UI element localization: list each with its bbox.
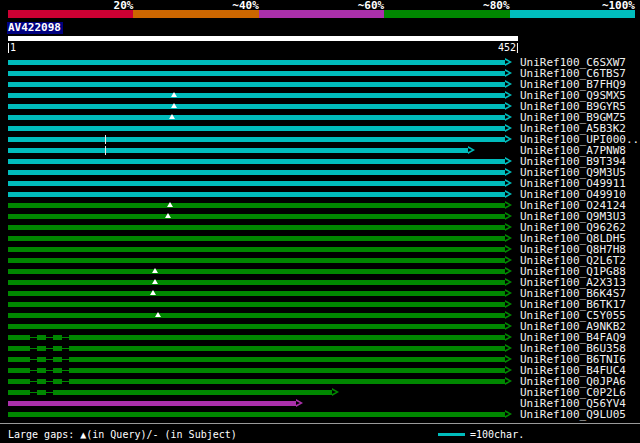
query-gap-icon: [155, 312, 161, 317]
hit-arrow-icon-inner: [505, 412, 509, 416]
hit-bar[interactable]: [8, 104, 505, 109]
subject-gap-dash-icon: [46, 370, 53, 371]
hit-bar[interactable]: [8, 71, 505, 76]
hit-arrow-icon-inner: [505, 126, 509, 130]
subject-gap-dash-icon: [30, 381, 37, 382]
hit-arrow-icon-inner: [296, 401, 300, 405]
hit-arrow-icon-inner: [505, 71, 509, 75]
hit-bar[interactable]: [8, 291, 505, 296]
footer-divider: [0, 423, 640, 424]
hit-bar[interactable]: [8, 302, 505, 307]
hit-arrow-icon-inner: [505, 302, 509, 306]
hit-bar[interactable]: [8, 170, 505, 175]
hit-arrow-icon-inner: [505, 346, 509, 350]
hit-arrow-icon-inner: [505, 324, 509, 328]
hit-bar[interactable]: [8, 159, 505, 164]
hit-label[interactable]: UniRef100_Q9LU05: [520, 409, 626, 420]
hit-bar[interactable]: [8, 137, 505, 142]
hit-arrow-icon-inner: [505, 357, 509, 361]
hit-bar[interactable]: [8, 93, 505, 98]
hit-arrow-icon-inner: [468, 148, 472, 152]
query-gap-icon: [150, 290, 156, 295]
subject-gap-dash-icon: [30, 337, 37, 338]
hit-arrow-icon-inner: [505, 280, 509, 284]
hit-arrow-icon-inner: [505, 192, 509, 196]
hit-bar[interactable]: [8, 258, 505, 263]
hit-arrow-icon-inner: [505, 137, 509, 141]
identity-scale-label: ~60%: [358, 0, 385, 11]
gap-tick-icon: [105, 146, 106, 155]
subject-gap-dash-icon: [62, 337, 69, 338]
query-end-coordinate: 452: [498, 43, 518, 53]
subject-gap-dash-icon: [30, 348, 37, 349]
hit-bar[interactable]: [8, 82, 505, 87]
identity-scale-bar: [8, 10, 635, 18]
hit-bar[interactable]: [8, 401, 296, 406]
hit-arrow-icon-inner: [505, 82, 509, 86]
subject-gap-dash-icon: [46, 381, 53, 382]
hit-arrow-icon-inner: [505, 335, 509, 339]
hit-arrow-icon-inner: [505, 225, 509, 229]
hit-arrow-icon-inner: [505, 159, 509, 163]
hit-arrow-icon-inner: [505, 247, 509, 251]
hit-arrow-icon-inner: [505, 203, 509, 207]
hit-bar[interactable]: [8, 357, 505, 362]
hit-arrow-icon-inner: [505, 269, 509, 273]
hit-bar[interactable]: [8, 225, 505, 230]
scale-unit-legend: =100char.: [470, 429, 524, 440]
scale-dash-icon: [438, 433, 465, 436]
subject-gap-dash-icon: [46, 359, 53, 360]
hit-arrow-icon-inner: [505, 170, 509, 174]
subject-gap-dash-icon: [30, 359, 37, 360]
hit-bar[interactable]: [8, 236, 505, 241]
query-gap-icon: [152, 268, 158, 273]
query-gap-icon: [167, 202, 173, 207]
hit-bar[interactable]: [8, 181, 505, 186]
hit-arrow-icon-inner: [505, 379, 509, 383]
hit-bar[interactable]: [8, 412, 505, 417]
gap-tick-icon: [105, 135, 106, 144]
hit-bar[interactable]: [8, 346, 505, 351]
hit-arrow-icon-inner: [505, 214, 509, 218]
subject-gap-dash-icon: [30, 370, 37, 371]
hit-bar[interactable]: [8, 335, 505, 340]
query-gap-icon: [171, 92, 177, 97]
hit-arrow-icon-inner: [505, 60, 509, 64]
hit-arrow-icon-inner: [505, 104, 509, 108]
hit-bar[interactable]: [8, 126, 505, 131]
hit-arrow-icon-inner: [505, 291, 509, 295]
subject-gap-dash-icon: [62, 348, 69, 349]
hit-bar[interactable]: [8, 390, 332, 395]
query-gap-icon: [165, 213, 171, 218]
hit-bar[interactable]: [8, 368, 505, 373]
subject-gap-dash-icon: [62, 381, 69, 382]
alignment-overview: AV422098 1 452 UniRef100_C6SXW7UniRef100…: [0, 0, 640, 443]
hit-row: UniRef100_Q9LU05: [0, 409, 640, 420]
hit-bar[interactable]: [8, 280, 505, 285]
hit-arrow-icon-inner: [505, 115, 509, 119]
query-bar: [8, 36, 518, 41]
subject-gap-dash-icon: [62, 359, 69, 360]
hit-bar[interactable]: [8, 60, 505, 65]
hit-arrow-icon-inner: [505, 258, 509, 262]
identity-scale-label: ~100%: [602, 0, 635, 11]
hit-bar[interactable]: [8, 269, 505, 274]
hit-bar[interactable]: [8, 247, 505, 252]
query-gap-icon: [171, 103, 177, 108]
hit-bar[interactable]: [8, 324, 505, 329]
subject-gap-dash-icon: [30, 392, 37, 393]
hit-bar[interactable]: [8, 192, 505, 197]
hit-arrow-icon-inner: [332, 390, 336, 394]
hit-arrow-icon-inner: [505, 368, 509, 372]
hit-bar[interactable]: [8, 214, 505, 219]
hit-bar[interactable]: [8, 379, 505, 384]
hit-bar[interactable]: [8, 148, 468, 153]
hit-bar[interactable]: [8, 313, 505, 318]
subject-gap-dash-icon: [46, 392, 53, 393]
hit-arrow-icon-inner: [505, 313, 509, 317]
hit-bar[interactable]: [8, 115, 505, 120]
identity-scale-label: 20%: [114, 0, 134, 11]
hit-bar[interactable]: [8, 203, 505, 208]
query-name-link[interactable]: AV422098: [7, 22, 63, 34]
query-gap-icon: [152, 279, 158, 284]
